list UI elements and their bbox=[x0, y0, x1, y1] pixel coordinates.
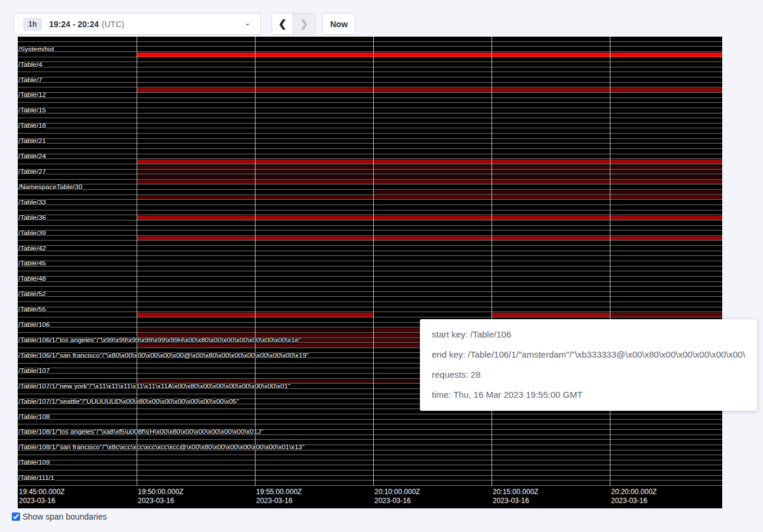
heat-band[interactable] bbox=[492, 216, 610, 220]
heat-band[interactable] bbox=[610, 180, 722, 184]
tooltip-end-key: end key: /Table/106/1/"amsterdam"/"\xb33… bbox=[432, 345, 745, 365]
heat-band[interactable] bbox=[492, 170, 610, 174]
row-label: /Table/27 bbox=[18, 167, 46, 176]
heat-band[interactable] bbox=[610, 53, 722, 57]
heat-band[interactable] bbox=[256, 328, 373, 332]
row-label: /Table/4 bbox=[18, 60, 42, 69]
heat-band[interactable] bbox=[492, 196, 610, 200]
span-row bbox=[18, 256, 722, 261]
heat-band[interactable] bbox=[137, 216, 255, 220]
heat-band[interactable] bbox=[374, 88, 492, 92]
tooltip-start-key: start key: /Table/106 bbox=[432, 325, 745, 345]
heat-band[interactable] bbox=[492, 175, 610, 179]
heat-band[interactable] bbox=[492, 190, 610, 194]
heat-band[interactable] bbox=[374, 53, 492, 57]
heat-band[interactable] bbox=[492, 180, 610, 184]
heat-band[interactable] bbox=[137, 165, 255, 169]
heat-band[interactable] bbox=[256, 53, 373, 57]
heat-band[interactable] bbox=[137, 88, 255, 92]
heat-band[interactable] bbox=[610, 190, 722, 194]
heat-band[interactable] bbox=[610, 170, 722, 174]
heat-band[interactable] bbox=[610, 216, 722, 220]
prev-time-button[interactable]: ❮ bbox=[272, 14, 293, 34]
span-row bbox=[18, 231, 722, 236]
heat-band[interactable] bbox=[374, 165, 492, 169]
heat-band[interactable] bbox=[256, 196, 373, 200]
heat-band[interactable] bbox=[492, 53, 610, 57]
heat-band[interactable] bbox=[610, 313, 722, 317]
show-span-boundaries-checkbox[interactable] bbox=[12, 512, 20, 521]
heat-band[interactable] bbox=[137, 170, 255, 174]
span-row bbox=[18, 93, 722, 98]
span-row bbox=[18, 134, 722, 139]
time-bucket-boundary-line bbox=[255, 37, 256, 486]
heat-band[interactable] bbox=[137, 343, 255, 348]
span-row bbox=[18, 246, 722, 251]
heat-band[interactable] bbox=[492, 165, 610, 169]
heat-band[interactable] bbox=[137, 328, 255, 332]
heat-band[interactable] bbox=[374, 236, 492, 241]
heat-band[interactable] bbox=[137, 196, 255, 200]
span-row bbox=[18, 251, 722, 257]
heat-band[interactable] bbox=[492, 313, 610, 317]
heat-band[interactable] bbox=[610, 160, 722, 164]
heat-band[interactable] bbox=[137, 236, 255, 241]
heat-band[interactable] bbox=[374, 216, 492, 220]
row-label: /Table/107/1/"seattle"/"UUUUUUD\x00\x80\… bbox=[18, 397, 239, 406]
span-row bbox=[18, 261, 722, 267]
heat-band[interactable] bbox=[256, 313, 373, 317]
span-row bbox=[18, 271, 722, 277]
heat-band[interactable] bbox=[137, 175, 255, 179]
time-range-picker[interactable]: 1h 19:24 - 20:24 (UTC) ⌄ bbox=[14, 13, 261, 35]
heat-band[interactable] bbox=[610, 165, 722, 169]
heat-band[interactable] bbox=[374, 190, 492, 194]
span-row bbox=[18, 200, 722, 205]
row-label: /Table/52 bbox=[18, 290, 46, 298]
heat-band[interactable] bbox=[610, 175, 722, 179]
next-time-button: ❯ bbox=[293, 14, 315, 34]
heat-band[interactable] bbox=[137, 180, 255, 184]
time-range-text: 19:24 - 20:24 bbox=[49, 20, 99, 29]
heat-band[interactable] bbox=[256, 216, 373, 220]
span-row bbox=[18, 108, 722, 113]
heat-band[interactable] bbox=[610, 236, 722, 241]
heat-band[interactable] bbox=[256, 175, 373, 179]
heat-band[interactable] bbox=[256, 160, 373, 164]
heat-band[interactable] bbox=[374, 196, 492, 200]
span-row bbox=[18, 154, 722, 160]
span-row bbox=[18, 277, 722, 282]
heat-band[interactable] bbox=[492, 236, 610, 241]
row-label: /Table/106/1/"los angeles"/"\x99\x99\x99… bbox=[18, 336, 301, 344]
heat-band[interactable] bbox=[256, 236, 373, 241]
row-label: /Table/109 bbox=[18, 458, 50, 466]
row-label: /Table/15 bbox=[18, 106, 46, 114]
heat-band[interactable] bbox=[610, 88, 722, 92]
heat-band[interactable] bbox=[256, 165, 373, 169]
heat-band[interactable] bbox=[374, 175, 492, 179]
chevron-down-icon: ⌄ bbox=[244, 18, 251, 27]
heat-band[interactable] bbox=[256, 343, 373, 348]
x-axis-tick-label: 19:45:00.000Z2023-03-16 bbox=[19, 488, 64, 505]
span-row bbox=[18, 124, 722, 129]
row-label: /Table/39 bbox=[18, 229, 46, 237]
span-row bbox=[18, 302, 722, 307]
heat-band[interactable] bbox=[610, 196, 722, 200]
heat-band[interactable] bbox=[492, 160, 610, 164]
heat-band[interactable] bbox=[374, 170, 492, 174]
show-span-boundaries-label[interactable]: Show span boundaries bbox=[22, 512, 106, 521]
heat-band[interactable] bbox=[256, 88, 373, 92]
heat-band[interactable] bbox=[256, 180, 373, 184]
row-label: /Table/107 bbox=[18, 366, 50, 375]
key-visualizer-heatmap[interactable]: /System/tsd/Table/4/Table/7/Table/12/Tab… bbox=[18, 37, 722, 508]
time-bucket-boundary-line bbox=[492, 37, 492, 486]
now-button[interactable]: Now bbox=[322, 13, 355, 35]
heat-band[interactable] bbox=[256, 170, 373, 174]
heat-band[interactable] bbox=[374, 180, 492, 184]
heat-band[interactable] bbox=[374, 160, 492, 164]
heat-band[interactable] bbox=[137, 313, 255, 317]
heat-band[interactable] bbox=[137, 53, 255, 57]
span-row bbox=[18, 210, 722, 216]
heat-band[interactable] bbox=[137, 160, 255, 164]
row-label: /Table/108/1/"los angeles"/"\xa8\xf5\u00… bbox=[18, 427, 263, 436]
heat-band[interactable] bbox=[492, 88, 610, 92]
